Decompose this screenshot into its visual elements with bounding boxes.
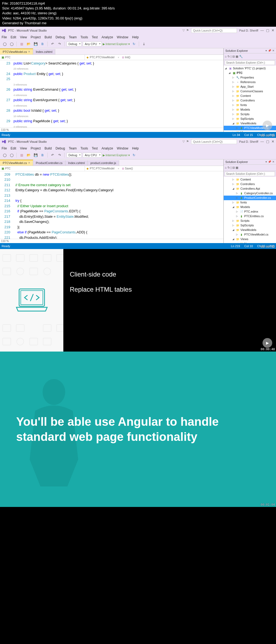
notification-icon[interactable]: ▽ — [182, 140, 185, 143]
nav-fwd-icon[interactable]: ◯ — [9, 41, 15, 47]
redo-icon[interactable]: ↷ — [57, 41, 63, 47]
tree-item[interactable]: ▷📁Controllers — [224, 182, 276, 186]
menu-debug[interactable]: Debug — [56, 35, 65, 39]
show-all-icon[interactable]: ▦ — [236, 166, 238, 169]
menu-file[interactable]: File — [2, 146, 7, 150]
code-line[interactable]: // Ensure the correct category is set — [12, 182, 223, 188]
menu-window[interactable]: Window — [117, 35, 128, 39]
code-line[interactable]: Entity.Category = db.Categories.Find(Ent… — [12, 188, 223, 193]
code-line[interactable]: if (PageMode == PageConstants.EDIT) { — [12, 209, 223, 214]
code-line[interactable]: 4 references — [12, 103, 223, 108]
save-all-icon[interactable]: 🗎 — [40, 152, 46, 158]
save-icon[interactable]: 💾 — [33, 41, 39, 47]
code-line[interactable]: public List<Category> SearchCategories {… — [12, 61, 223, 66]
menu-help[interactable]: Help — [132, 35, 139, 39]
code-area[interactable]: 23242526272829303132333435 public List<C… — [0, 60, 223, 128]
minimize-icon[interactable]: — — [260, 139, 264, 144]
refresh-icon[interactable]: ↻ — [227, 166, 230, 169]
tab-file[interactable]: ProductController.cs — [33, 160, 65, 166]
code-line[interactable]: 3 references — [12, 82, 223, 87]
tree-item[interactable]: ▷▮CategoryController.cs — [224, 191, 276, 196]
code-line[interactable]: 10 references — [12, 113, 223, 119]
props-icon[interactable]: 🔧 — [239, 55, 243, 58]
maximize-icon[interactable]: ▢ — [266, 139, 269, 144]
code-line[interactable]: public string EventArgument { get; set; … — [12, 97, 223, 103]
quick-launch-input[interactable] — [191, 139, 237, 144]
pin2-icon[interactable]: 📌 — [268, 49, 271, 52]
quick-launch-input[interactable] — [191, 28, 237, 33]
tree-item[interactable]: ▷📁Content — [224, 177, 276, 182]
config-dropdown[interactable]: Debug — [67, 42, 82, 46]
tab-file[interactable]: Index.cshtml — [33, 49, 56, 54]
tree-item[interactable]: ◢📁ViewModels — [224, 228, 276, 232]
tree-item[interactable]: ▷📁Scripts — [224, 112, 276, 117]
panel-close-icon[interactable]: ✕ — [272, 160, 274, 163]
sln-root[interactable]: Solution 'PTC' (1 project) — [233, 67, 266, 70]
menu-analyze[interactable]: Analyze — [102, 35, 113, 39]
maximize-icon[interactable]: ▢ — [266, 28, 269, 32]
tab-close-icon[interactable]: ✕ — [28, 50, 30, 53]
menu-view[interactable]: View — [20, 146, 27, 150]
menu-analyze[interactable]: Analyze — [102, 146, 113, 150]
pin-icon[interactable]: ▾ — [265, 49, 267, 52]
code-line[interactable]: PTCEntities db = new PTCEntities(); — [12, 172, 223, 177]
menu-window[interactable]: Window — [117, 146, 128, 150]
menu-build[interactable]: Build — [44, 35, 52, 39]
play-overlay-icon[interactable]: ▶ — [263, 338, 272, 348]
platform-dropdown[interactable]: Any CPU — [83, 42, 101, 46]
code-line[interactable]: public Product Entity { get; set; } — [12, 71, 223, 77]
browser-refresh-icon[interactable]: ↻ — [131, 41, 137, 47]
menu-build[interactable]: Build — [44, 146, 52, 150]
tree-item[interactable]: ▷📄PTC.edmx — [224, 209, 276, 214]
tab-file[interactable]: PTCViewModel.cs ✕ — [0, 49, 33, 54]
menu-edit[interactable]: Edit — [11, 146, 16, 150]
tree-item[interactable]: ▷📁fonts — [224, 200, 276, 205]
user-name[interactable]: Paul D. Sheriff — [239, 29, 258, 32]
tab-file[interactable]: product.controller.js — [88, 160, 119, 166]
tab-file[interactable]: PTCViewModel.cs ✕ — [0, 160, 33, 166]
code-line[interactable]: db.SaveChanges(); — [12, 219, 223, 224]
collapse-icon[interactable]: ⊟ — [232, 55, 235, 58]
code-line[interactable] — [12, 177, 223, 182]
menu-test[interactable]: Test — [92, 146, 98, 150]
flag-icon[interactable]: ⚑ — [186, 29, 189, 32]
minimize-icon[interactable]: — — [260, 28, 264, 32]
code-line[interactable]: db.Entry(Entity).State = EntityState.Mod… — [12, 214, 223, 219]
code-line[interactable]: // Either Update or Insert product — [12, 203, 223, 209]
menu-tools[interactable]: Tools — [81, 146, 88, 150]
play-overlay-icon[interactable]: ▶ — [263, 121, 272, 130]
run-button[interactable]: ▶ Internet Explorer ▾ — [103, 42, 130, 46]
menu-help[interactable]: Help — [132, 146, 139, 150]
new-project-icon[interactable]: ▦ — [19, 41, 25, 47]
tree-item[interactable]: ▷▮ProductController.cs — [224, 196, 276, 200]
tree-item[interactable]: ▷📁Models — [224, 107, 276, 112]
menu-project[interactable]: Project — [31, 146, 41, 150]
menu-view[interactable]: View — [20, 35, 27, 39]
tree-item[interactable]: ◢📁Views — [224, 237, 276, 241]
home-icon[interactable]: ⌂ — [225, 166, 227, 169]
zoom-combo[interactable]: 110 % — [1, 240, 9, 243]
tree-item[interactable]: ▷📁Controllers — [224, 98, 276, 103]
tab-close-icon[interactable]: ✕ — [28, 161, 30, 164]
menu-project[interactable]: Project — [31, 35, 41, 39]
user-name[interactable]: Paul D. Sheriff — [239, 140, 258, 143]
flag-icon[interactable]: ⚑ — [186, 140, 189, 143]
code-line[interactable]: 4 references — [12, 124, 223, 128]
nav-project[interactable]: PTC — [5, 167, 11, 170]
redo-icon[interactable]: ↷ — [57, 152, 63, 158]
show-all-icon[interactable]: ▦ — [236, 55, 238, 58]
code-line[interactable] — [12, 193, 223, 198]
nav-method[interactable]: Init() — [125, 56, 130, 59]
undo-icon[interactable]: ↶ — [50, 41, 56, 47]
menu-team[interactable]: Team — [69, 146, 77, 150]
sln-search-input[interactable] — [225, 172, 275, 176]
code-line[interactable]: public string EventCommand { get; set; } — [12, 87, 223, 92]
home-icon[interactable]: ⌂ — [225, 55, 227, 58]
tree-item[interactable]: ▷🔧Properties — [224, 75, 276, 80]
tree-item[interactable]: ▷▫References — [224, 80, 276, 84]
code-line[interactable]: public bool IsValid { get; set; } — [12, 108, 223, 113]
tab-file[interactable]: Index.cshtml — [65, 160, 88, 166]
platform-dropdown[interactable]: Any CPU — [83, 153, 101, 158]
open-icon[interactable]: 📂 — [26, 152, 32, 158]
menu-edit[interactable]: Edit — [11, 35, 16, 39]
